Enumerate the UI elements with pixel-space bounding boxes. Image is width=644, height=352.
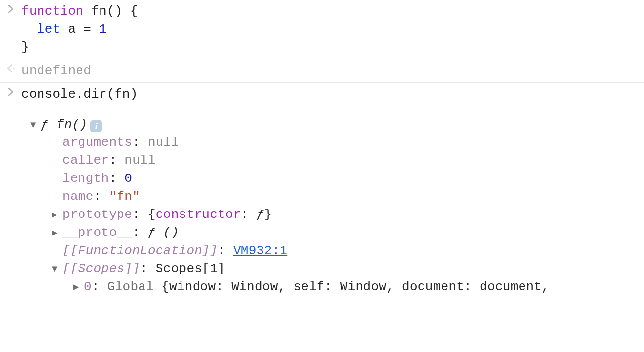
number-literal: 1 [99,22,107,37]
input-chevron-icon [0,85,21,96]
disclosure-triangle-right-icon[interactable]: ▶ [73,281,84,294]
source-link[interactable]: VM932:1 [233,242,287,260]
prop-length[interactable]: ▶ length: 0 [21,170,644,188]
prop-function-location[interactable]: ▶ [[FunctionLocation]]: VM932:1 [21,242,644,260]
disclosure-triangle-down-icon[interactable]: ▼ [52,263,62,276]
prop-proto[interactable]: ▶ __proto__: ƒ () [21,224,644,242]
prop-prototype[interactable]: ▶ prototype: {constructor: ƒ} [21,206,644,224]
prop-name[interactable]: ▶ name: "fn" [21,188,644,206]
console-result[interactable]: undefined [21,62,644,80]
console-entry-output: undefined [0,59,644,83]
output-chevron-icon [0,62,21,73]
svg-point-0 [13,67,14,69]
prop-caller[interactable]: ▶ caller: null [21,152,644,170]
prop-scope-0[interactable]: ▶ 0: Global {window: Window, self: Windo… [21,278,644,296]
function-glyph: ƒ [41,116,49,134]
keyword-function: function [21,4,83,19]
info-icon[interactable]: i [90,120,102,132]
disclosure-triangle-right-icon[interactable]: ▶ [52,209,62,222]
disclosure-triangle-down-icon[interactable]: ▼ [30,119,41,132]
console-code[interactable]: function fn() { let a = 1 } [21,2,644,57]
console-code[interactable]: console.dir(fn) [21,85,644,103]
undefined-value: undefined [21,63,91,78]
function-signature: fn() [49,116,88,134]
console-entry-input: console.dir(fn) [0,83,644,106]
input-chevron-icon [0,2,21,13]
prop-scopes[interactable]: ▼ [[Scopes]]: Scopes[1] [21,260,644,278]
inspector-header[interactable]: ▼ ƒ fn() i [21,116,644,134]
disclosure-triangle-right-icon[interactable]: ▶ [52,227,62,240]
prop-arguments[interactable]: ▶ arguments: null [21,134,644,152]
keyword-let: let [37,22,60,37]
console-entry-input: function fn() { let a = 1 } [0,0,644,59]
object-inspector: ▼ ƒ fn() i ▶ arguments: null ▶ caller: n… [0,106,644,296]
